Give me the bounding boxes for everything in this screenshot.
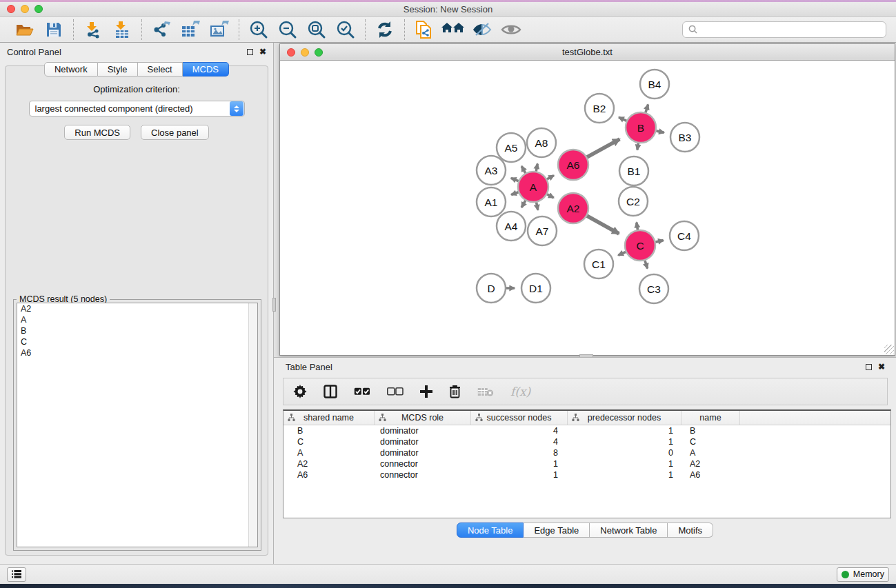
hide-selected-button[interactable] xyxy=(470,19,495,40)
zoom-out-button[interactable] xyxy=(275,19,300,40)
result-item-a6[interactable]: A6 xyxy=(17,347,257,358)
gear-icon xyxy=(293,385,307,398)
close-table-panel-icon[interactable]: ✖ xyxy=(878,363,885,371)
vertical-splitter-handle[interactable] xyxy=(272,298,276,312)
cell: A6 xyxy=(681,470,740,480)
cell: B xyxy=(681,426,740,436)
clone-network-button[interactable] xyxy=(412,19,437,40)
column-header-name[interactable]: name xyxy=(681,411,740,425)
tab-node-table[interactable]: Node Table xyxy=(457,523,524,538)
tab-motifs[interactable]: Motifs xyxy=(668,523,713,538)
graph-node-label-A3: A3 xyxy=(485,165,498,176)
result-item-c[interactable]: C xyxy=(17,336,257,347)
float-panel-icon[interactable] xyxy=(247,49,253,55)
optimization-criterion-label: Optimization criterion: xyxy=(6,84,268,94)
zoom-selected-button[interactable] xyxy=(333,19,358,40)
deselect-all-rows-button[interactable] xyxy=(387,387,404,396)
column-header-empty xyxy=(740,411,890,425)
graph-node-label-C2: C2 xyxy=(626,196,640,207)
tab-mcds[interactable]: MCDS xyxy=(183,62,229,77)
cell: dominator xyxy=(375,426,471,436)
delete-column-button[interactable] xyxy=(449,385,461,398)
table-row-c[interactable]: Cdominator41C xyxy=(283,436,890,447)
result-item-b[interactable]: B xyxy=(17,325,257,336)
table-toolbar: f(x) xyxy=(283,378,888,405)
table-panel-title: Table Panel xyxy=(286,362,332,372)
graph-node-label-B4: B4 xyxy=(648,79,661,90)
checked-boxes-icon xyxy=(354,387,370,396)
column-type-icon xyxy=(572,414,579,421)
criterion-dropdown[interactable]: largest connected component (directed) xyxy=(29,101,245,116)
graph-node-label-D: D xyxy=(487,283,495,294)
table-row-b[interactable]: Bdominator41B xyxy=(283,425,890,436)
control-panel-tabs: NetworkStyleSelectMCDS xyxy=(0,62,273,77)
memory-label: Memory xyxy=(853,569,884,579)
column-label: shared name xyxy=(303,413,354,423)
column-label: name xyxy=(699,413,721,423)
table-row-a[interactable]: Adominator80A xyxy=(283,447,890,458)
show-all-button[interactable] xyxy=(499,19,524,40)
float-table-panel-icon[interactable] xyxy=(866,364,872,370)
memory-button[interactable]: Memory xyxy=(837,567,889,582)
function-builder-button[interactable]: f(x) xyxy=(510,385,530,398)
refresh-button[interactable] xyxy=(372,19,397,40)
zoom-in-button[interactable] xyxy=(246,19,271,40)
window-resize-grip[interactable] xyxy=(884,345,894,354)
export-image-button[interactable] xyxy=(207,19,232,40)
cell: 1 xyxy=(568,426,681,436)
cell: 8 xyxy=(471,448,568,458)
task-history-button[interactable] xyxy=(7,567,26,582)
cell: A xyxy=(681,448,740,458)
cell: 1 xyxy=(568,459,681,469)
save-session-button[interactable] xyxy=(41,19,66,40)
tab-edge-table[interactable]: Edge Table xyxy=(524,523,590,538)
column-header-shared-name[interactable]: shared name xyxy=(283,411,375,425)
run-mcds-button[interactable]: Run MCDS xyxy=(64,125,130,140)
import-network-button[interactable] xyxy=(81,19,106,40)
open-session-button[interactable] xyxy=(12,19,37,40)
result-scrollbar[interactable] xyxy=(248,303,257,547)
export-table-button[interactable] xyxy=(178,19,203,40)
zoom-fit-button[interactable] xyxy=(304,19,329,40)
main-toolbar xyxy=(0,17,896,43)
network-canvas[interactable]: B4B2BB3A8A5A6A3B1AA1C2A2A4A7C4CC1C3DD1 xyxy=(280,61,895,355)
column-header-successor-nodes[interactable]: successor nodes xyxy=(471,411,568,425)
cell: A2 xyxy=(283,459,375,469)
tab-style[interactable]: Style xyxy=(98,62,138,77)
column-header-MCDS-role[interactable]: MCDS role xyxy=(375,411,471,425)
criterion-value: largest connected component (directed) xyxy=(30,103,230,114)
export-network-button[interactable] xyxy=(149,19,174,40)
close-panel-button[interactable]: Close panel xyxy=(141,125,209,140)
result-item-a[interactable]: A xyxy=(17,314,257,325)
column-label: successor nodes xyxy=(487,413,552,423)
column-header-predecessor-nodes[interactable]: predecessor nodes xyxy=(568,411,681,425)
delete-table-icon xyxy=(477,387,494,397)
export-network-icon xyxy=(152,21,171,39)
delete-table-button[interactable] xyxy=(477,387,494,397)
column-type-icon xyxy=(475,414,483,421)
graph-node-label-A5: A5 xyxy=(505,142,518,154)
table-settings-button[interactable] xyxy=(293,385,307,398)
graph-node-label-A7: A7 xyxy=(536,225,549,237)
table-row-a2[interactable]: A2connector11A2 xyxy=(283,458,890,469)
result-item-a2[interactable]: A2 xyxy=(17,303,257,314)
tab-select[interactable]: Select xyxy=(138,62,183,77)
close-panel-icon[interactable]: ✖ xyxy=(259,48,266,56)
tab-network-table[interactable]: Network Table xyxy=(590,523,668,538)
first-neighbors-button[interactable] xyxy=(441,19,466,40)
column-label: MCDS role xyxy=(401,413,444,423)
search-field[interactable] xyxy=(682,21,886,38)
task-list-icon xyxy=(12,570,21,578)
table-row-a6[interactable]: A6connector11A6 xyxy=(283,469,890,480)
export-table-icon xyxy=(181,21,200,39)
select-all-rows-button[interactable] xyxy=(354,387,370,396)
zoom-selected-icon xyxy=(336,20,355,39)
column-type-icon xyxy=(288,414,295,421)
create-column-button[interactable] xyxy=(420,385,432,398)
select-columns-button[interactable] xyxy=(323,385,337,398)
graph-node-label-B3: B3 xyxy=(679,132,692,143)
import-table-button[interactable] xyxy=(110,19,135,40)
columns-icon xyxy=(323,385,337,398)
tab-network[interactable]: Network xyxy=(44,62,98,77)
search-input[interactable] xyxy=(701,24,880,34)
